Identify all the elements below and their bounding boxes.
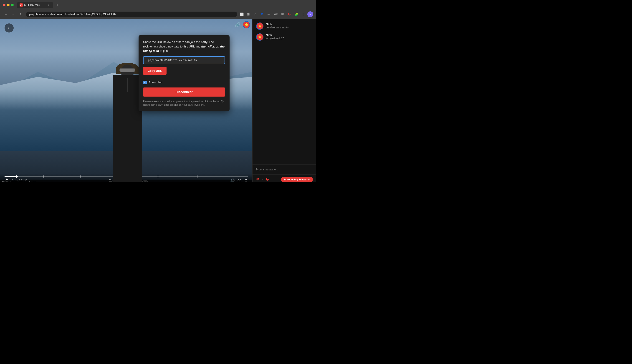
tab-close-button[interactable]: ×	[47, 4, 51, 6]
forward-nav-button[interactable]: →	[11, 11, 16, 17]
reload-button[interactable]: ↻	[18, 11, 24, 17]
np-logo: NP	[256, 178, 259, 181]
status-text: Waiting for adservice.google.com...	[2, 181, 38, 182]
popup-desc-part2: to join.	[159, 49, 169, 52]
chat-bottom-bar: NP → Tp Introducing Teleparty	[253, 174, 316, 182]
disconnect-button[interactable]: Disconnect	[143, 88, 225, 96]
back-nav-button[interactable]: ←	[3, 11, 9, 17]
pen-icon[interactable]: ✏	[266, 12, 271, 17]
floating-toolbar: 🔗 ⭐	[235, 21, 250, 28]
popup-description: Share the URL below so others can join t…	[143, 40, 225, 53]
chat-avatar-1: ⭐	[256, 22, 264, 30]
minimize-window-button[interactable]	[7, 4, 10, 6]
chat-msgtext-1: created the session	[266, 26, 289, 29]
tab-label: (2) HBO Max	[24, 4, 40, 6]
browser-chrome: m (2) HBO Max × + ← → ↻ play.hbomax.com/…	[0, 0, 316, 19]
profile-avatar[interactable]: N	[307, 11, 313, 17]
copy-url-button[interactable]: Copy URL	[143, 67, 166, 75]
popup-panel: Share the URL below so others can join t…	[139, 35, 230, 111]
chat-input-area	[253, 164, 316, 174]
chat-username-2: Nick	[266, 34, 284, 37]
grid-icon[interactable]: ⊞	[246, 12, 251, 17]
traffic-lights	[3, 4, 14, 6]
back-arrow-icon: ←	[7, 26, 11, 30]
popup-footer-text: Please make sure to tell your guests tha…	[143, 100, 225, 107]
tp-icon[interactable]: Tp	[287, 12, 292, 17]
chat-messages: ⭐ Nick created the session ⭐ Nick jumped…	[253, 19, 316, 164]
back-button[interactable]: ←	[5, 24, 14, 32]
tab-bar: m (2) HBO Max × +	[17, 2, 61, 8]
chat-msg-content-1: Nick created the session	[266, 22, 289, 29]
show-chat-checkbox[interactable]: ✓	[143, 81, 147, 84]
tab-favicon: m	[20, 4, 23, 6]
chat-msgtext-2: jumped to 8:37	[266, 37, 284, 40]
close-window-button[interactable]	[3, 4, 6, 6]
chat-msg-content-2: Nick jumped to 8:37	[266, 34, 284, 40]
arrow-icon: →	[261, 178, 264, 181]
chat-message-1: ⭐ Nick created the session	[256, 22, 312, 30]
chat-username-1: Nick	[266, 22, 289, 26]
chat-sidebar: ⭐ Nick created the session ⭐ Nick jumped…	[252, 19, 316, 182]
new-tab-button[interactable]: +	[54, 2, 61, 8]
maximize-window-button[interactable]	[11, 4, 14, 6]
progress-thumb[interactable]	[16, 176, 18, 178]
chat-message-2: ⭐ Nick jumped to 8:37	[256, 34, 312, 41]
link-share-icon[interactable]: 🔗	[235, 22, 241, 28]
introducing-teleparty-button[interactable]: Introducing Teleparty	[281, 177, 313, 182]
tp-logo: Tp	[266, 178, 269, 181]
url-text: play.hbomax.com/feature/urn:hbo:feature:…	[29, 13, 116, 16]
active-tab[interactable]: m (2) HBO Max ×	[17, 2, 53, 8]
extensions-icon[interactable]: 🧩	[294, 12, 299, 17]
grammarly-icon[interactable]: G	[260, 12, 265, 17]
progress-fill	[5, 176, 17, 177]
bookmark-icon[interactable]: ☆	[253, 12, 258, 17]
party-avatar-icon[interactable]: ⭐	[243, 21, 250, 28]
show-chat-label: Show chat	[149, 81, 162, 84]
share-url-input[interactable]	[143, 56, 225, 64]
chat-input[interactable]	[256, 167, 313, 172]
main-content: ←	[0, 19, 316, 182]
show-chat-row: ✓ Show chat	[143, 81, 225, 84]
address-bar-row: ← → ↻ play.hbomax.com/feature/urn:hbo:fe…	[0, 10, 316, 19]
wc-icon[interactable]: WC	[273, 12, 278, 17]
menu-icon[interactable]: ⋮	[301, 12, 306, 17]
screen-capture-icon[interactable]: ⬜	[239, 12, 244, 17]
browser-icons: ⬜ ⊞ ☆ G ✏ WC ✉ Tp 🧩 ⋮ N	[239, 11, 313, 17]
address-bar[interactable]: play.hbomax.com/feature/urn:hbo:feature:…	[26, 12, 237, 17]
mail-icon[interactable]: ✉	[280, 12, 285, 17]
chat-avatar-2: ⭐	[256, 34, 264, 41]
browser-titlebar: m (2) HBO Max × +	[0, 0, 316, 10]
